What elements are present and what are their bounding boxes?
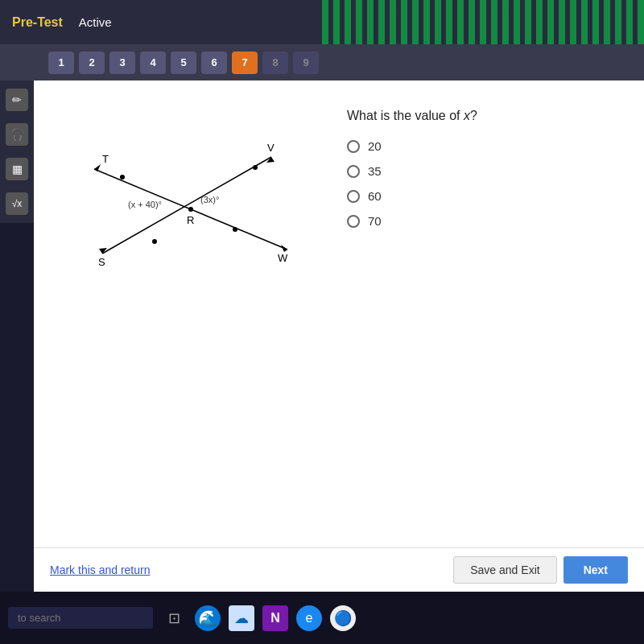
option-label-20: 20 (368, 139, 382, 153)
label-T: T (102, 153, 109, 165)
option-35[interactable]: 35 (347, 164, 628, 178)
option-20[interactable]: 20 (347, 139, 628, 153)
taskbar: ⊡ 🌊 ☁ N e 🔵 (0, 592, 644, 644)
radio-60[interactable] (347, 190, 360, 203)
save-exit-button[interactable]: Save and Exit (453, 556, 556, 584)
option-60[interactable]: 60 (347, 189, 628, 203)
onenote-icon[interactable]: N (262, 605, 288, 631)
bottom-bar: Mark this and return Save and Exit Next (34, 547, 644, 592)
mark-return-link[interactable]: Mark this and return (50, 564, 151, 576)
headphone-icon[interactable]: 🎧 (6, 123, 28, 146)
tab-5[interactable]: 5 (171, 52, 196, 74)
tab-8[interactable]: 8 (262, 52, 288, 74)
sqrt-icon[interactable]: √x (6, 192, 28, 215)
svg-point-6 (188, 207, 193, 212)
tab-7[interactable]: 7 (232, 52, 258, 74)
question-tabs: 1 2 3 4 5 6 7 8 9 (0, 44, 644, 80)
chrome-icon[interactable]: 🔵 (330, 605, 356, 631)
calculator-icon[interactable]: ▦ (6, 158, 28, 180)
status-badge: Active (79, 15, 112, 29)
angle2-label: (3x)° (200, 195, 219, 204)
pencil-icon[interactable]: ✏ (6, 89, 28, 111)
angle1-label: (x + 40)° (128, 200, 162, 209)
app-title: Pre-Test (12, 15, 63, 30)
option-label-70: 70 (368, 214, 382, 228)
decorative-dots (322, 0, 644, 44)
svg-point-7 (120, 175, 125, 180)
diagram-section: T V R S W (x + 40)° (3x)° (50, 97, 331, 576)
radio-20[interactable] (347, 140, 360, 153)
option-label-60: 60 (368, 189, 382, 203)
option-70[interactable]: 70 (347, 214, 628, 228)
tab-6[interactable]: 6 (201, 52, 227, 74)
tab-9[interactable]: 9 (293, 52, 319, 74)
option-label-35: 35 (368, 164, 382, 178)
svg-marker-2 (281, 245, 287, 252)
monitor-icon[interactable]: ⊡ (161, 605, 187, 631)
svg-point-9 (152, 239, 157, 244)
question-text: What is the value of x? (347, 109, 628, 123)
answer-section: What is the value of x? 20 35 60 70 (347, 97, 628, 576)
radio-35[interactable] (347, 165, 360, 178)
search-input[interactable] (8, 607, 153, 629)
header: Pre-Test Active (0, 0, 644, 44)
tab-2[interactable]: 2 (79, 52, 105, 74)
new-edge-icon[interactable]: e (296, 605, 322, 631)
onedrive-icon[interactable]: ☁ (229, 605, 254, 631)
label-S: S (98, 256, 105, 268)
radio-70[interactable] (347, 215, 360, 228)
label-V: V (267, 142, 275, 154)
svg-point-10 (233, 227, 237, 232)
main-content: T V R S W (x + 40)° (3x)° What is the va… (34, 80, 644, 592)
label-W: W (278, 252, 288, 264)
left-toolbar: ✏ 🎧 ▦ √x (0, 80, 34, 223)
tab-4[interactable]: 4 (140, 52, 166, 74)
tab-1[interactable]: 1 (48, 52, 74, 74)
edge-icon[interactable]: 🌊 (195, 605, 221, 631)
next-button[interactable]: Next (564, 556, 628, 584)
tab-3[interactable]: 3 (109, 52, 135, 74)
label-R: R (187, 214, 194, 226)
svg-marker-1 (94, 164, 101, 171)
geometry-diagram: T V R S W (x + 40)° (3x)° (78, 105, 303, 282)
question-area: T V R S W (x + 40)° (3x)° What is the va… (34, 80, 644, 592)
action-buttons: Save and Exit Next (453, 556, 628, 584)
svg-point-8 (253, 165, 258, 170)
